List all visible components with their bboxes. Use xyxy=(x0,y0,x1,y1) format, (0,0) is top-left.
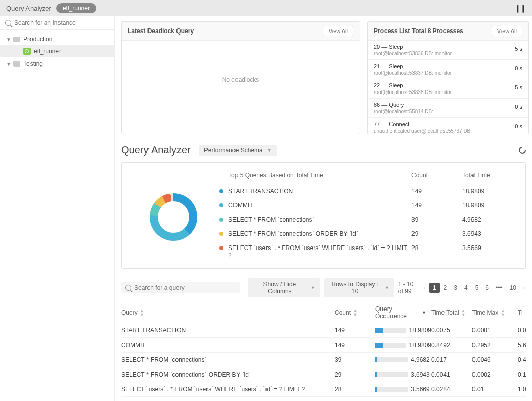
caret-down-icon: ▼ xyxy=(6,37,11,42)
top5-count: 149 xyxy=(411,202,462,209)
top5-row[interactable]: SELECT * FROM `connections`394.9682 xyxy=(219,212,519,227)
page-range: 1 - 10 of 99 xyxy=(398,281,419,295)
table-row[interactable]: COMMIT14918.98090.84920.29525.6 xyxy=(121,338,526,353)
process-item[interactable]: 77 — Connectunauthenticated user@localho… xyxy=(368,118,528,137)
process-time: 0 s xyxy=(515,102,522,114)
sort-icon: ▲▼ xyxy=(461,309,466,317)
top5-query: SELECT `users` . * FROM `users` WHERE `u… xyxy=(228,244,411,259)
series-dot-icon xyxy=(219,203,223,207)
row-time-cut: 0.0 xyxy=(518,327,532,334)
topbar: Query Analyzer etl_runner ❙❙ xyxy=(0,0,532,16)
page-prev-icon[interactable]: ‹ xyxy=(423,284,425,291)
sort-icon: ▲▼ xyxy=(353,309,358,317)
process-view-all-button[interactable]: View All xyxy=(492,26,522,36)
top5-total: 18.9809 xyxy=(462,188,513,195)
top5-row[interactable]: COMMIT14918.9809 xyxy=(219,198,519,212)
sort-icon: ▲▼ xyxy=(500,309,505,317)
occurrence-bar xyxy=(375,328,406,333)
occurrence-bar xyxy=(375,357,408,362)
series-dot-icon xyxy=(219,218,223,222)
page-next-icon[interactable]: › xyxy=(524,284,526,291)
top5-query: SELECT * FROM `connections` xyxy=(228,216,411,223)
page-•••[interactable]: ••• xyxy=(492,283,506,293)
sidebar-search[interactable] xyxy=(0,16,114,30)
process-panel: Process List Total 8 Processes View All … xyxy=(367,21,529,134)
pause-icon[interactable]: ❙❙ xyxy=(515,4,526,12)
process-item[interactable]: 20 — Sleeproot@localhost:53836 DB: monit… xyxy=(368,41,528,60)
col-time-max[interactable]: Time Max▲▼ xyxy=(472,305,518,320)
series-dot-icon xyxy=(219,232,223,236)
process-time: 0 s xyxy=(515,63,522,76)
page-10[interactable]: 10 xyxy=(506,283,520,293)
page-4[interactable]: 4 xyxy=(461,283,471,293)
row-occ: 4.9682 xyxy=(411,356,430,363)
row-count: 39 xyxy=(335,356,375,363)
row-query: START TRANSACTION xyxy=(121,327,335,334)
table-row[interactable]: SELECT * FROM `connections`394.96820.017… xyxy=(121,353,526,367)
query-search-input[interactable] xyxy=(134,284,235,291)
show-hide-label: Show / Hide Columns xyxy=(253,281,307,295)
page-1[interactable]: 1 xyxy=(429,283,440,293)
process-sub: root@localhost:53837 DB: monitor xyxy=(374,70,452,76)
page-6[interactable]: 6 xyxy=(482,283,492,293)
process-time: 0 s xyxy=(515,121,522,134)
row-time-max: 0.01 xyxy=(472,386,518,393)
deadlock-view-all-button[interactable]: View All xyxy=(323,26,353,36)
qa-title: Query Analyzer xyxy=(121,144,191,156)
row-time-cut: 0.1 xyxy=(518,371,532,378)
row-time-total: 0.0284 xyxy=(431,386,472,393)
process-head: 77 — Connect xyxy=(374,121,472,127)
occurrence-bar xyxy=(375,343,406,348)
deadlock-title: Latest Deadlock Query xyxy=(128,27,194,35)
col-query[interactable]: Query▲▼ xyxy=(121,305,335,320)
query-search[interactable] xyxy=(121,282,240,293)
col-time-cut[interactable]: Ti xyxy=(518,305,532,320)
sort-icon: ▼ xyxy=(422,311,426,315)
process-item[interactable]: 86 — Queryroot@localhost:55814 DB:0 s xyxy=(368,99,528,118)
col-occurrence[interactable]: Query Occurrence▼ xyxy=(375,305,431,320)
table-row[interactable]: START TRANSACTION14918.98090.00750.00010… xyxy=(121,323,526,338)
show-hide-columns-button[interactable]: Show / Hide Columns ▼ xyxy=(248,278,320,297)
rows-display-button[interactable]: Rows to Display : 10 ▼ xyxy=(324,278,394,297)
process-head: 21 — Sleep xyxy=(374,63,452,69)
sidebar-item-etl-runner[interactable]: etl_runner xyxy=(0,45,114,57)
qa-mode-dropdown[interactable]: Performance Schema ▼ xyxy=(199,145,277,156)
top5-total: 3.5669 xyxy=(462,244,513,259)
top5-total: 4.9682 xyxy=(462,216,513,223)
process-title: Process List Total 8 Processes xyxy=(374,27,463,35)
table-row[interactable]: SELECT `connection_id` , MIN ( `created_… xyxy=(121,397,526,401)
row-occ: 3.6943 xyxy=(411,371,430,378)
page-breadcrumb: Query Analyzer xyxy=(6,5,51,12)
top5-row[interactable]: START TRANSACTION14918.9809 xyxy=(219,184,519,198)
table-row[interactable]: SELECT `users` . * FROM `users` WHERE `u… xyxy=(121,382,526,397)
refresh-icon[interactable] xyxy=(517,145,527,156)
col-count[interactable]: Count▲▼ xyxy=(335,305,375,320)
page-3[interactable]: 3 xyxy=(450,283,461,293)
sidebar-group-label: Production xyxy=(23,36,52,43)
top5-count: 149 xyxy=(411,188,462,195)
process-item[interactable]: 22 — Sleeproot@localhost:53838 DB: monit… xyxy=(368,79,528,99)
top5-head-query: Top 5 Queries Based on Total Time xyxy=(228,172,411,179)
sidebar-group-production[interactable]: ▼ Production xyxy=(0,33,114,45)
process-head: 22 — Sleep xyxy=(374,82,452,88)
page-5[interactable]: 5 xyxy=(471,283,482,293)
top5-count: 28 xyxy=(411,244,462,259)
process-list: 20 — Sleeproot@localhost:53836 DB: monit… xyxy=(368,41,528,137)
page-2[interactable]: 2 xyxy=(440,283,451,293)
process-item[interactable]: 21 — Sleeproot@localhost:53837 DB: monit… xyxy=(368,60,528,79)
instance-pill[interactable]: etl_runner xyxy=(56,3,96,13)
table-row[interactable]: SELECT * FROM `connections` ORDER BY `id… xyxy=(121,367,526,382)
col-time-total[interactable]: Time Total▲▼ xyxy=(431,305,472,320)
caret-down-icon: ▼ xyxy=(385,285,389,290)
top5-row[interactable]: SELECT `users` . * FROM `users` WHERE `u… xyxy=(219,241,519,262)
sidebar-group-testing[interactable]: ▼ Testing xyxy=(0,57,114,70)
row-time-max: 0.0002 xyxy=(472,371,518,378)
caret-down-icon: ▼ xyxy=(6,61,11,67)
rows-display-label: Rows to Display : 10 xyxy=(330,281,380,295)
sidebar-search-input[interactable] xyxy=(14,19,109,26)
top5-row[interactable]: SELECT * FROM `connections` ORDER BY `id… xyxy=(219,227,519,241)
process-sub: unauthenticated user@localhost:55737 DB: xyxy=(374,128,472,134)
process-sub: root@localhost:53838 DB: monitor xyxy=(374,89,452,95)
row-time-cut: 5.6 xyxy=(518,342,532,349)
folder-icon xyxy=(13,37,20,42)
